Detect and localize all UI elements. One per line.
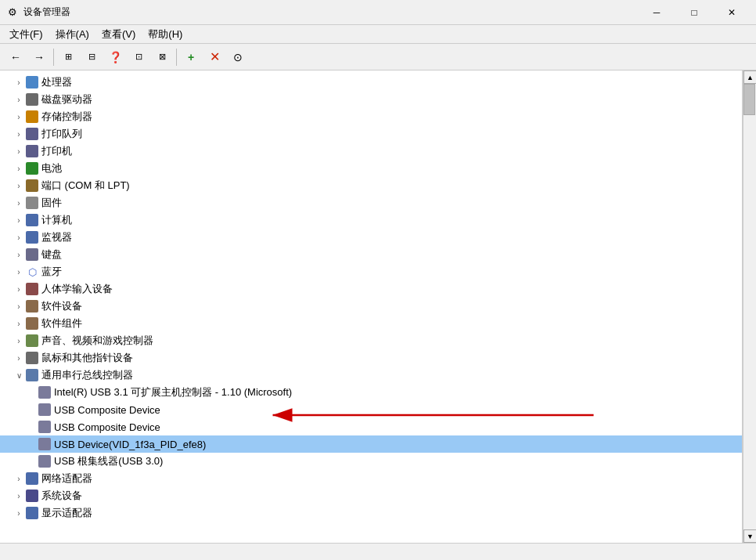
scroll-down-button[interactable]: ▼ (743, 529, 756, 543)
tree-expand-icon[interactable]: › (13, 334, 25, 347)
tree-item-20[interactable]: USB Composite Device (0, 418, 742, 435)
tree-item-label: 固件 (41, 196, 62, 210)
forward-button[interactable]: → (28, 46, 50, 68)
help-device-button[interactable]: ❓ (104, 46, 126, 68)
tree-item-4[interactable]: ›打印机 (0, 143, 742, 160)
cpu-icon (25, 75, 39, 89)
tree-item-6[interactable]: ›端口 (COM 和 LPT) (0, 177, 742, 194)
remove-button[interactable]: ✕ (203, 46, 225, 68)
hid-icon (25, 282, 39, 296)
tree-expand-icon[interactable]: › (13, 179, 25, 192)
tree-expand-icon[interactable]: ∨ (13, 369, 25, 381)
vertical-scrollbar[interactable]: ▲ ▼ (743, 70, 756, 543)
tree-expand-icon[interactable]: › (13, 507, 25, 519)
scan-button[interactable]: ⊡ (128, 46, 149, 68)
tree-item-label: 计算机 (41, 213, 72, 227)
tree-expand-icon[interactable]: › (13, 214, 25, 226)
tree-item-label: Intel(R) USB 3.1 可扩展主机控制器 - 1.10 (Micros… (54, 385, 292, 399)
tree-item-0[interactable]: ›处理器 (0, 74, 742, 91)
tree-expand-icon[interactable]: › (13, 145, 25, 157)
tree-expand-icon[interactable] (25, 455, 38, 468)
tree-expand-icon[interactable]: › (13, 248, 25, 261)
tree-item-label: 软件组件 (41, 316, 82, 331)
scroll-thumb[interactable] (743, 84, 755, 115)
usb-device-icon (38, 454, 52, 468)
tree-item-label: 蓝牙 (41, 265, 62, 279)
firmware-icon (25, 196, 39, 210)
tree-item-16[interactable]: ›鼠标和其他指针设备 (0, 349, 742, 367)
tree-expand-icon[interactable]: › (13, 317, 25, 330)
tree-item-label: USB Composite Device (54, 421, 160, 433)
update-button[interactable]: ⊙ (227, 46, 249, 68)
tree-item-7[interactable]: ›固件 (0, 194, 742, 211)
tree-item-5[interactable]: ›电池 (0, 160, 742, 177)
back-button[interactable]: ← (5, 46, 27, 68)
menu-help[interactable]: 帮助(H) (142, 26, 189, 43)
network-icon (25, 471, 39, 486)
tree-item-label: 通用串行总线控制器 (41, 368, 133, 382)
menu-action[interactable]: 操作(A) (49, 26, 95, 43)
tree-expand-icon[interactable]: › (13, 162, 25, 175)
scroll-up-button[interactable]: ▲ (743, 70, 756, 84)
properties-button[interactable]: ⊞ (57, 46, 79, 68)
tree-item-10[interactable]: ›键盘 (0, 246, 742, 263)
status-bar (0, 543, 756, 560)
tree-expand-icon[interactable]: › (13, 283, 25, 295)
tree-expand-icon[interactable]: › (13, 231, 25, 244)
tree-item-label: 网络适配器 (41, 471, 92, 486)
tree-expand-icon[interactable]: › (13, 128, 25, 140)
tree-item-17[interactable]: ∨通用串行总线控制器 (0, 367, 742, 384)
tree-expand-icon[interactable]: › (13, 266, 25, 278)
tree-expand-icon[interactable] (25, 421, 38, 433)
tree-item-3[interactable]: ›打印队列 (0, 125, 742, 143)
menu-view[interactable]: 查看(V) (95, 26, 142, 43)
tree-item-15[interactable]: ›声音、视频和游戏控制器 (0, 332, 742, 349)
tree-item-14[interactable]: ›软件组件 (0, 315, 742, 332)
tree-item-12[interactable]: ›人体学输入设备 (0, 280, 742, 298)
tree-expand-icon[interactable]: › (13, 76, 25, 89)
tree-expand-icon[interactable]: › (13, 93, 25, 106)
tree-item-25[interactable]: ›显示适配器 (0, 504, 742, 522)
tree-item-13[interactable]: ›软件设备 (0, 298, 742, 315)
tree-item-21[interactable]: USB Device(VID_1f3a_PID_efe8) (0, 435, 742, 453)
info-button[interactable]: ⊟ (81, 46, 103, 68)
tree-item-19[interactable]: USB Composite Device (0, 401, 742, 418)
app-icon: ⚙ (6, 6, 19, 19)
tree-item-label: USB Device(VID_1f3a_PID_efe8) (54, 439, 206, 450)
tree-item-11[interactable]: ›⬡蓝牙 (0, 263, 742, 280)
scroll-track[interactable] (743, 84, 756, 529)
main-area: ›处理器›磁盘驱动器›存储控制器›打印队列›打印机›电池›端口 (COM 和 L… (0, 70, 756, 543)
tree-item-label: 处理器 (41, 75, 72, 89)
tree-expand-icon[interactable]: › (13, 490, 25, 502)
device-tree[interactable]: ›处理器›磁盘驱动器›存储控制器›打印队列›打印机›电池›端口 (COM 和 L… (0, 70, 743, 543)
tree-item-label: 电池 (41, 161, 62, 175)
display-button[interactable]: ⊠ (151, 46, 173, 68)
menu-file[interactable]: 文件(F) (3, 26, 49, 43)
tree-item-label: 端口 (COM 和 LPT) (41, 179, 130, 193)
tree-item-22[interactable]: USB 根集线器(USB 3.0) (0, 453, 742, 470)
tree-item-9[interactable]: ›监视器 (0, 229, 742, 246)
tree-expand-icon[interactable] (25, 438, 38, 450)
tree-item-18[interactable]: Intel(R) USB 3.1 可扩展主机控制器 - 1.10 (Micros… (0, 384, 742, 401)
tree-expand-icon[interactable]: › (13, 300, 25, 313)
add-button[interactable]: + (180, 46, 202, 68)
maximize-button[interactable]: □ (676, 0, 712, 25)
tree-expand-icon[interactable]: › (13, 110, 25, 123)
tree-item-label: 鼠标和其他指针设备 (41, 351, 133, 365)
tree-item-2[interactable]: ›存储控制器 (0, 108, 742, 125)
tree-expand-icon[interactable]: › (13, 197, 25, 209)
battery-icon (25, 161, 39, 175)
close-button[interactable]: ✕ (714, 0, 750, 25)
minimize-button[interactable]: ─ (639, 0, 675, 25)
tree-item-24[interactable]: ›系统设备 (0, 487, 742, 504)
usb-device-icon (38, 385, 52, 399)
tree-expand-icon[interactable] (25, 386, 38, 399)
tree-expand-icon[interactable]: › (13, 352, 25, 364)
sound-icon (25, 334, 39, 348)
tree-expand-icon[interactable]: › (13, 472, 25, 485)
tree-item-label: USB 根集线器(USB 3.0) (54, 454, 163, 468)
tree-expand-icon[interactable] (25, 403, 38, 416)
tree-item-23[interactable]: ›网络适配器 (0, 470, 742, 487)
tree-item-1[interactable]: ›磁盘驱动器 (0, 91, 742, 108)
tree-item-8[interactable]: ›计算机 (0, 211, 742, 229)
